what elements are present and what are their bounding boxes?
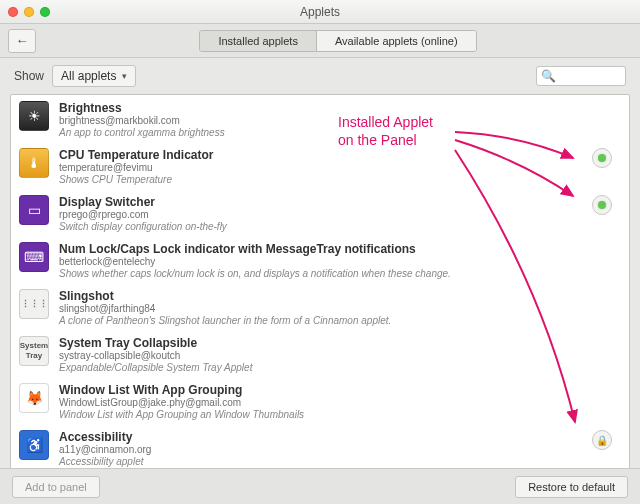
- show-label: Show: [14, 69, 44, 83]
- search-input[interactable]: [556, 70, 616, 82]
- filter-row: Show All applets ▾ 🔍: [0, 58, 640, 94]
- applet-id: temperature@fevimu: [59, 162, 575, 173]
- applet-icon: ☀: [19, 101, 49, 131]
- status-column: [585, 148, 619, 168]
- applet-row[interactable]: ⌨Num Lock/Caps Lock indicator with Messa…: [11, 236, 629, 283]
- search-box[interactable]: 🔍: [536, 66, 626, 86]
- lock-icon: [592, 430, 612, 450]
- status-indicator-icon: [592, 148, 612, 168]
- window-controls: [8, 7, 50, 17]
- applet-row[interactable]: ⋮⋮⋮Slingshotslingshot@jfarthing84A clone…: [11, 283, 629, 330]
- applet-id: brightness@markbokil.com: [59, 115, 575, 126]
- search-icon: 🔍: [541, 69, 556, 83]
- applet-id: slingshot@jfarthing84: [59, 303, 575, 314]
- restore-default-button[interactable]: Restore to default: [515, 476, 628, 498]
- applet-desc: Window List with App Grouping an Window …: [59, 409, 575, 420]
- applet-meta: Brightnessbrightness@markbokil.comAn app…: [59, 101, 575, 138]
- applet-id: systray-collapsible@koutch: [59, 350, 575, 361]
- applet-meta: System Tray Collapsiblesystray-collapsib…: [59, 336, 575, 373]
- applet-row[interactable]: System TraySystem Tray Collapsiblesystra…: [11, 330, 629, 377]
- applet-meta: Display Switcherrprego@rprego.comSwitch …: [59, 195, 575, 232]
- applet-row[interactable]: ☀Brightnessbrightness@markbokil.comAn ap…: [11, 95, 629, 142]
- applet-meta: Accessibilitya11y@cinnamon.orgAccessibil…: [59, 430, 575, 467]
- applet-name: Window List With App Grouping: [59, 383, 575, 397]
- zoom-icon[interactable]: [40, 7, 50, 17]
- applet-icon: 🌡: [19, 148, 49, 178]
- applet-desc: An app to control xgamma brightness: [59, 127, 575, 138]
- applet-id: rprego@rprego.com: [59, 209, 575, 220]
- applet-icon: ⌨: [19, 242, 49, 272]
- applet-name: Num Lock/Caps Lock indicator with Messag…: [59, 242, 575, 256]
- filter-combo-value: All applets: [61, 69, 116, 83]
- status-indicator-icon: [592, 195, 612, 215]
- applet-desc: Shows CPU Temperature: [59, 174, 575, 185]
- applet-icon: System Tray: [19, 336, 49, 366]
- window-title: Applets: [0, 5, 640, 19]
- applet-icon: ♿: [19, 430, 49, 460]
- applet-row[interactable]: ▭Display Switcherrprego@rprego.comSwitch…: [11, 189, 629, 236]
- applet-name: CPU Temperature Indicator: [59, 148, 575, 162]
- applet-icon: 🦊: [19, 383, 49, 413]
- filter-combo[interactable]: All applets ▾: [52, 65, 136, 87]
- applet-row[interactable]: 🌡CPU Temperature Indicatortemperature@fe…: [11, 142, 629, 189]
- applet-name: Accessibility: [59, 430, 575, 444]
- applet-row[interactable]: ♿Accessibilitya11y@cinnamon.orgAccessibi…: [11, 424, 629, 471]
- applet-meta: Window List With App GroupingWindowListG…: [59, 383, 575, 420]
- applet-meta: Slingshotslingshot@jfarthing84A clone of…: [59, 289, 575, 326]
- applet-icon: ⋮⋮⋮: [19, 289, 49, 319]
- applet-list[interactable]: ☀Brightnessbrightness@markbokil.comAn ap…: [10, 94, 630, 480]
- titlebar: Applets: [0, 0, 640, 24]
- applet-id: a11y@cinnamon.org: [59, 444, 575, 455]
- chevron-down-icon: ▾: [122, 71, 127, 81]
- applet-desc: Expandable/Collapsible System Tray Apple…: [59, 362, 575, 373]
- applet-name: Brightness: [59, 101, 575, 115]
- applet-desc: Shows whether caps lock/num lock is on, …: [59, 268, 575, 279]
- applet-desc: Accessibility applet: [59, 456, 575, 467]
- minimize-icon[interactable]: [24, 7, 34, 17]
- close-icon[interactable]: [8, 7, 18, 17]
- status-column: [585, 195, 619, 215]
- applet-desc: Switch display configuration on-the-fly: [59, 221, 575, 232]
- applet-desc: A clone of Pantheon's Slingshot launcher…: [59, 315, 575, 326]
- status-column: [585, 430, 619, 450]
- back-arrow-icon: ←: [16, 33, 29, 48]
- applet-name: Slingshot: [59, 289, 575, 303]
- applet-name: System Tray Collapsible: [59, 336, 575, 350]
- tab-available[interactable]: Available applets (online): [317, 31, 476, 51]
- view-tabs: Installed applets Available applets (onl…: [199, 30, 476, 52]
- back-button[interactable]: ←: [8, 29, 36, 53]
- applet-icon: ▭: [19, 195, 49, 225]
- applet-meta: Num Lock/Caps Lock indicator with Messag…: [59, 242, 575, 279]
- applet-meta: CPU Temperature Indicatortemperature@fev…: [59, 148, 575, 185]
- toolbar: ← Installed applets Available applets (o…: [0, 24, 640, 58]
- add-to-panel-button[interactable]: Add to panel: [12, 476, 100, 498]
- applet-id: WindowListGroup@jake.phy@gmail.com: [59, 397, 575, 408]
- applet-id: betterlock@entelechy: [59, 256, 575, 267]
- applet-row[interactable]: 🦊Window List With App GroupingWindowList…: [11, 377, 629, 424]
- tab-installed[interactable]: Installed applets: [200, 31, 317, 51]
- footer: Add to panel Restore to default: [0, 468, 640, 504]
- applet-name: Display Switcher: [59, 195, 575, 209]
